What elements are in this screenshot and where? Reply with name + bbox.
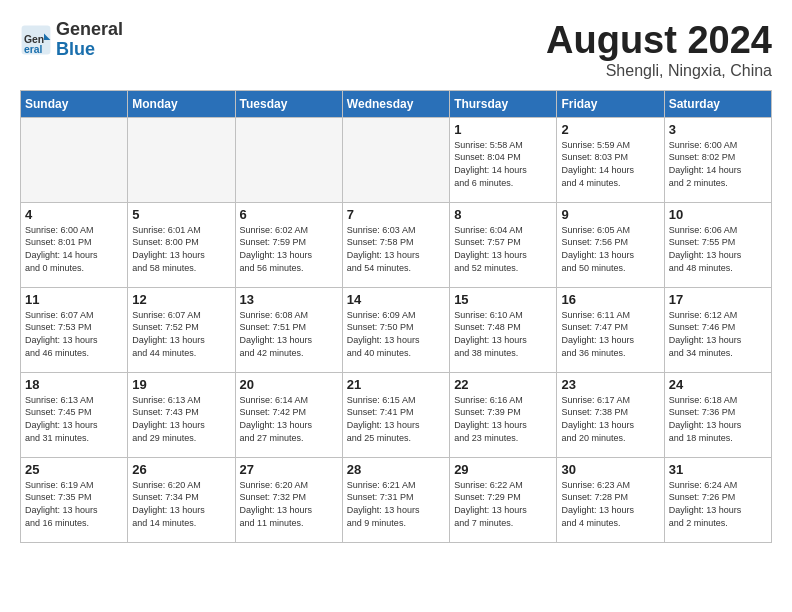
day-info: Sunrise: 6:07 AM Sunset: 7:52 PM Dayligh… xyxy=(132,309,230,359)
calendar-cell xyxy=(21,117,128,202)
calendar-cell: 26Sunrise: 6:20 AM Sunset: 7:34 PM Dayli… xyxy=(128,457,235,542)
calendar-cell: 7Sunrise: 6:03 AM Sunset: 7:58 PM Daylig… xyxy=(342,202,449,287)
calendar-week-4: 18Sunrise: 6:13 AM Sunset: 7:45 PM Dayli… xyxy=(21,372,772,457)
calendar-cell: 27Sunrise: 6:20 AM Sunset: 7:32 PM Dayli… xyxy=(235,457,342,542)
calendar-cell: 19Sunrise: 6:13 AM Sunset: 7:43 PM Dayli… xyxy=(128,372,235,457)
day-number: 11 xyxy=(25,292,123,307)
logo-general: General xyxy=(56,20,123,40)
day-info: Sunrise: 6:19 AM Sunset: 7:35 PM Dayligh… xyxy=(25,479,123,529)
calendar-cell: 18Sunrise: 6:13 AM Sunset: 7:45 PM Dayli… xyxy=(21,372,128,457)
calendar-cell: 22Sunrise: 6:16 AM Sunset: 7:39 PM Dayli… xyxy=(450,372,557,457)
calendar-cell: 28Sunrise: 6:21 AM Sunset: 7:31 PM Dayli… xyxy=(342,457,449,542)
logo-icon: Gen eral xyxy=(20,24,52,56)
weekday-header-row: SundayMondayTuesdayWednesdayThursdayFrid… xyxy=(21,90,772,117)
day-info: Sunrise: 6:07 AM Sunset: 7:53 PM Dayligh… xyxy=(25,309,123,359)
calendar-cell: 10Sunrise: 6:06 AM Sunset: 7:55 PM Dayli… xyxy=(664,202,771,287)
day-number: 5 xyxy=(132,207,230,222)
day-number: 16 xyxy=(561,292,659,307)
day-info: Sunrise: 6:01 AM Sunset: 8:00 PM Dayligh… xyxy=(132,224,230,274)
weekday-header-saturday: Saturday xyxy=(664,90,771,117)
calendar-cell: 6Sunrise: 6:02 AM Sunset: 7:59 PM Daylig… xyxy=(235,202,342,287)
calendar-cell: 9Sunrise: 6:05 AM Sunset: 7:56 PM Daylig… xyxy=(557,202,664,287)
calendar-cell: 31Sunrise: 6:24 AM Sunset: 7:26 PM Dayli… xyxy=(664,457,771,542)
calendar-week-3: 11Sunrise: 6:07 AM Sunset: 7:53 PM Dayli… xyxy=(21,287,772,372)
day-number: 30 xyxy=(561,462,659,477)
day-info: Sunrise: 5:58 AM Sunset: 8:04 PM Dayligh… xyxy=(454,139,552,189)
weekday-header-sunday: Sunday xyxy=(21,90,128,117)
day-info: Sunrise: 6:23 AM Sunset: 7:28 PM Dayligh… xyxy=(561,479,659,529)
day-number: 13 xyxy=(240,292,338,307)
calendar-cell: 23Sunrise: 6:17 AM Sunset: 7:38 PM Dayli… xyxy=(557,372,664,457)
day-number: 1 xyxy=(454,122,552,137)
location-subtitle: Shengli, Ningxia, China xyxy=(546,62,772,80)
day-info: Sunrise: 6:20 AM Sunset: 7:32 PM Dayligh… xyxy=(240,479,338,529)
weekday-header-wednesday: Wednesday xyxy=(342,90,449,117)
day-number: 7 xyxy=(347,207,445,222)
day-number: 25 xyxy=(25,462,123,477)
day-number: 23 xyxy=(561,377,659,392)
day-number: 28 xyxy=(347,462,445,477)
day-info: Sunrise: 6:00 AM Sunset: 8:02 PM Dayligh… xyxy=(669,139,767,189)
day-number: 18 xyxy=(25,377,123,392)
day-info: Sunrise: 6:12 AM Sunset: 7:46 PM Dayligh… xyxy=(669,309,767,359)
weekday-header-tuesday: Tuesday xyxy=(235,90,342,117)
calendar-cell: 11Sunrise: 6:07 AM Sunset: 7:53 PM Dayli… xyxy=(21,287,128,372)
day-number: 17 xyxy=(669,292,767,307)
day-info: Sunrise: 5:59 AM Sunset: 8:03 PM Dayligh… xyxy=(561,139,659,189)
day-info: Sunrise: 6:20 AM Sunset: 7:34 PM Dayligh… xyxy=(132,479,230,529)
calendar-cell: 21Sunrise: 6:15 AM Sunset: 7:41 PM Dayli… xyxy=(342,372,449,457)
day-number: 4 xyxy=(25,207,123,222)
day-number: 14 xyxy=(347,292,445,307)
day-number: 24 xyxy=(669,377,767,392)
day-number: 22 xyxy=(454,377,552,392)
calendar-cell: 5Sunrise: 6:01 AM Sunset: 8:00 PM Daylig… xyxy=(128,202,235,287)
day-number: 31 xyxy=(669,462,767,477)
day-info: Sunrise: 6:13 AM Sunset: 7:45 PM Dayligh… xyxy=(25,394,123,444)
day-number: 12 xyxy=(132,292,230,307)
day-info: Sunrise: 6:00 AM Sunset: 8:01 PM Dayligh… xyxy=(25,224,123,274)
calendar-week-1: 1Sunrise: 5:58 AM Sunset: 8:04 PM Daylig… xyxy=(21,117,772,202)
day-info: Sunrise: 6:05 AM Sunset: 7:56 PM Dayligh… xyxy=(561,224,659,274)
day-info: Sunrise: 6:02 AM Sunset: 7:59 PM Dayligh… xyxy=(240,224,338,274)
day-info: Sunrise: 6:11 AM Sunset: 7:47 PM Dayligh… xyxy=(561,309,659,359)
day-number: 27 xyxy=(240,462,338,477)
weekday-header-monday: Monday xyxy=(128,90,235,117)
day-number: 6 xyxy=(240,207,338,222)
calendar-cell: 17Sunrise: 6:12 AM Sunset: 7:46 PM Dayli… xyxy=(664,287,771,372)
day-number: 29 xyxy=(454,462,552,477)
day-info: Sunrise: 6:18 AM Sunset: 7:36 PM Dayligh… xyxy=(669,394,767,444)
calendar-table: SundayMondayTuesdayWednesdayThursdayFrid… xyxy=(20,90,772,543)
day-number: 2 xyxy=(561,122,659,137)
calendar-cell: 16Sunrise: 6:11 AM Sunset: 7:47 PM Dayli… xyxy=(557,287,664,372)
weekday-header-thursday: Thursday xyxy=(450,90,557,117)
calendar-cell: 14Sunrise: 6:09 AM Sunset: 7:50 PM Dayli… xyxy=(342,287,449,372)
calendar-cell xyxy=(342,117,449,202)
day-info: Sunrise: 6:03 AM Sunset: 7:58 PM Dayligh… xyxy=(347,224,445,274)
day-number: 15 xyxy=(454,292,552,307)
day-info: Sunrise: 6:24 AM Sunset: 7:26 PM Dayligh… xyxy=(669,479,767,529)
day-info: Sunrise: 6:16 AM Sunset: 7:39 PM Dayligh… xyxy=(454,394,552,444)
day-info: Sunrise: 6:13 AM Sunset: 7:43 PM Dayligh… xyxy=(132,394,230,444)
day-info: Sunrise: 6:14 AM Sunset: 7:42 PM Dayligh… xyxy=(240,394,338,444)
day-info: Sunrise: 6:15 AM Sunset: 7:41 PM Dayligh… xyxy=(347,394,445,444)
weekday-header-friday: Friday xyxy=(557,90,664,117)
calendar-cell xyxy=(128,117,235,202)
calendar-cell: 15Sunrise: 6:10 AM Sunset: 7:48 PM Dayli… xyxy=(450,287,557,372)
calendar-cell: 1Sunrise: 5:58 AM Sunset: 8:04 PM Daylig… xyxy=(450,117,557,202)
calendar-cell: 2Sunrise: 5:59 AM Sunset: 8:03 PM Daylig… xyxy=(557,117,664,202)
calendar-cell: 29Sunrise: 6:22 AM Sunset: 7:29 PM Dayli… xyxy=(450,457,557,542)
calendar-week-5: 25Sunrise: 6:19 AM Sunset: 7:35 PM Dayli… xyxy=(21,457,772,542)
svg-text:eral: eral xyxy=(24,44,43,55)
logo: Gen eral General Blue xyxy=(20,20,123,60)
title-block: August 2024 Shengli, Ningxia, China xyxy=(546,20,772,80)
day-info: Sunrise: 6:04 AM Sunset: 7:57 PM Dayligh… xyxy=(454,224,552,274)
day-number: 20 xyxy=(240,377,338,392)
day-number: 19 xyxy=(132,377,230,392)
day-info: Sunrise: 6:08 AM Sunset: 7:51 PM Dayligh… xyxy=(240,309,338,359)
logo-text: General Blue xyxy=(56,20,123,60)
calendar-cell: 24Sunrise: 6:18 AM Sunset: 7:36 PM Dayli… xyxy=(664,372,771,457)
day-info: Sunrise: 6:17 AM Sunset: 7:38 PM Dayligh… xyxy=(561,394,659,444)
day-info: Sunrise: 6:22 AM Sunset: 7:29 PM Dayligh… xyxy=(454,479,552,529)
calendar-cell xyxy=(235,117,342,202)
month-title: August 2024 xyxy=(546,20,772,62)
